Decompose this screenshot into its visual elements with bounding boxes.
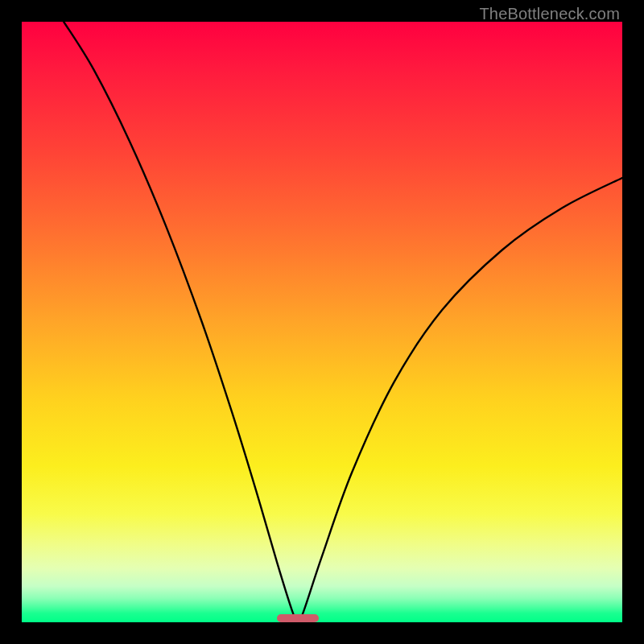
optimal-range-marker [277, 614, 319, 622]
watermark-text: TheBottleneck.com [479, 5, 620, 23]
chart-frame: TheBottleneck.com [0, 0, 644, 644]
plot-area [22, 22, 622, 622]
bottleneck-curve [22, 22, 622, 622]
